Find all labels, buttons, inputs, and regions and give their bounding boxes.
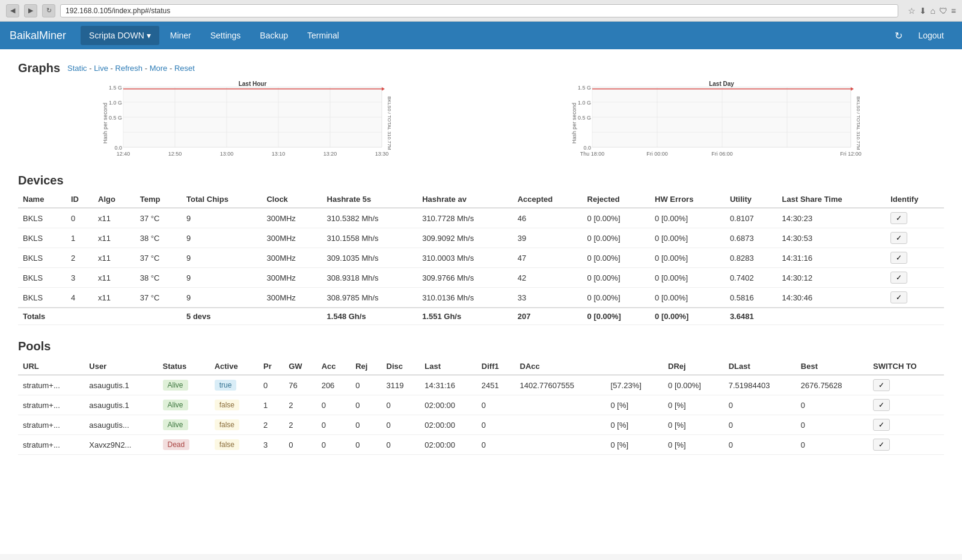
- pool-dlast: 0: [724, 435, 796, 455]
- devices-header-row: Name ID Algo Temp Total Chips Clock Hash…: [18, 191, 944, 208]
- svg-text:0.0: 0.0: [114, 145, 122, 151]
- table-row: BKLS 0 x11 37 °C 9 300MHz 310.5382 Mh/s …: [18, 208, 944, 228]
- cell-hr5s: 310.5382 Mh/s: [322, 208, 418, 228]
- col-hwerrors: HW Errors: [650, 191, 725, 208]
- pool-rej: 0: [351, 375, 381, 395]
- pool-rej: 0: [351, 415, 381, 435]
- identify-button[interactable]: ✓: [890, 232, 907, 244]
- navbar-right: ↻ Logout: [895, 26, 952, 45]
- switch-button[interactable]: ✓: [873, 399, 890, 411]
- active-badge: false: [215, 439, 239, 450]
- pool-acc: 0: [317, 435, 351, 455]
- pools-table-head: URL User Status Active Pr GW Acc Rej Dis…: [18, 358, 944, 375]
- cell-lastshare: 14:30:46: [777, 288, 886, 308]
- graphs-link-more[interactable]: More: [150, 64, 168, 73]
- svg-text:BKLS0 / TOTAL 310.77M: BKLS0 / TOTAL 310.77M: [856, 96, 861, 150]
- graphs-links: Static - Live - Refresh - More - Reset: [67, 64, 195, 73]
- cell-algo: x11: [93, 248, 135, 268]
- logout-button[interactable]: Logout: [910, 26, 952, 45]
- svg-text:13:00: 13:00: [220, 151, 234, 157]
- shield-icon[interactable]: 🛡: [939, 6, 948, 16]
- cell-hrav: 310.0136 Mh/s: [417, 288, 513, 308]
- col-temp: Temp: [135, 191, 182, 208]
- pool-diff1: 0: [477, 435, 515, 455]
- pool-best: 2676.75628: [796, 375, 868, 395]
- pool-rej: 0: [351, 395, 381, 415]
- nav-settings[interactable]: Settings: [202, 26, 250, 45]
- cell-id: 3: [66, 268, 93, 288]
- back-button[interactable]: ◀: [6, 4, 19, 17]
- cell-hr5s: 308.9785 Mh/s: [322, 288, 418, 308]
- pool-pr: 1: [259, 395, 284, 415]
- cell-rejected: 0 [0.00%]: [583, 288, 651, 308]
- totals-identify: [886, 308, 944, 325]
- pool-dacc-pct: 0 [%]: [606, 395, 664, 415]
- col-url: URL: [18, 358, 84, 375]
- forward-button[interactable]: ▶: [24, 4, 37, 17]
- nav-terminal[interactable]: Terminal: [299, 26, 348, 45]
- pools-table-body: stratum+... asaugutis.1 Alive true 0 76 …: [18, 375, 944, 455]
- graphs-link-reset[interactable]: Reset: [174, 64, 195, 73]
- cell-temp: 37 °C: [135, 288, 182, 308]
- pool-pr: 0: [259, 375, 284, 395]
- pool-gw: 76: [284, 375, 316, 395]
- pool-last: 02:00:00: [420, 435, 477, 455]
- download-icon[interactable]: ⬇: [919, 6, 927, 16]
- identify-button[interactable]: ✓: [890, 272, 907, 284]
- switch-button[interactable]: ✓: [873, 439, 890, 451]
- identify-button[interactable]: ✓: [890, 252, 907, 264]
- home-icon[interactable]: ⌂: [930, 6, 935, 16]
- graphs-link-static[interactable]: Static: [67, 64, 87, 73]
- cell-temp: 37 °C: [135, 248, 182, 268]
- nav-backup[interactable]: Backup: [251, 26, 296, 45]
- cell-hrav: 309.9766 Mh/s: [417, 268, 513, 288]
- pool-dacc-pct: 0 [%]: [606, 435, 664, 455]
- cell-name: BKLS: [18, 268, 66, 288]
- pool-best: 0: [796, 415, 868, 435]
- reload-button[interactable]: ↻: [42, 4, 55, 17]
- brand-logo: BaikalMiner: [10, 29, 66, 42]
- pool-url: stratum+...: [18, 395, 84, 415]
- cell-clock: 300MHz: [262, 288, 322, 308]
- totals-hr5s: 1.548 Gh/s: [322, 308, 418, 325]
- graphs-link-refresh[interactable]: Refresh: [115, 64, 143, 73]
- menu-icon[interactable]: ≡: [951, 6, 956, 16]
- col-acc: Acc: [317, 358, 351, 375]
- pool-drej: 0 [%]: [663, 435, 724, 455]
- star-icon[interactable]: ☆: [908, 6, 916, 16]
- switch-button[interactable]: ✓: [873, 419, 890, 431]
- cell-rejected: 0 [0.00%]: [583, 248, 651, 268]
- col-user: User: [84, 358, 158, 375]
- svg-text:Fri 12:00: Fri 12:00: [840, 151, 862, 157]
- cell-id: 4: [66, 288, 93, 308]
- devices-table-head: Name ID Algo Temp Total Chips Clock Hash…: [18, 191, 944, 208]
- cell-lastshare: 14:30:23: [777, 208, 886, 228]
- active-badge: false: [215, 400, 239, 410]
- cell-utility: 0.6873: [725, 228, 777, 248]
- pool-user: asaugutis.1: [84, 375, 158, 395]
- refresh-icon[interactable]: ↻: [895, 30, 902, 41]
- svg-text:Hash per second: Hash per second: [571, 103, 577, 144]
- svg-text:13:10: 13:10: [272, 151, 286, 157]
- url-bar[interactable]: [60, 4, 898, 17]
- pool-url: stratum+...: [18, 375, 84, 395]
- pools-header-row: URL User Status Active Pr GW Acc Rej Dis…: [18, 358, 944, 375]
- nav-miner[interactable]: Miner: [162, 26, 200, 45]
- active-badge: false: [215, 419, 239, 430]
- graph-last-day-svg: Hash per second BKLS0 / TOTAL 310.77M 1.…: [487, 81, 944, 159]
- totals-row: Totals 5 devs 1.548 Gh/s 1.551 Gh/s 207 …: [18, 308, 944, 325]
- cell-id: 0: [66, 208, 93, 228]
- identify-button[interactable]: ✓: [890, 291, 907, 303]
- cell-hrav: 310.7728 Mh/s: [417, 208, 513, 228]
- identify-button[interactable]: ✓: [890, 212, 907, 224]
- pool-last: 02:00:00: [420, 415, 477, 435]
- col-rej: Rej: [351, 358, 381, 375]
- svg-text:Last Hour: Last Hour: [239, 81, 267, 87]
- pool-active: false: [210, 395, 259, 415]
- svg-text:Fri 06:00: Fri 06:00: [711, 151, 733, 157]
- nav-scripta[interactable]: Scripta DOWN ▾: [81, 26, 159, 45]
- graphs-link-live[interactable]: Live: [94, 64, 108, 73]
- cell-utility: 0.8107: [725, 208, 777, 228]
- col-dacc-pct: [606, 358, 664, 375]
- switch-button[interactable]: ✓: [873, 379, 890, 391]
